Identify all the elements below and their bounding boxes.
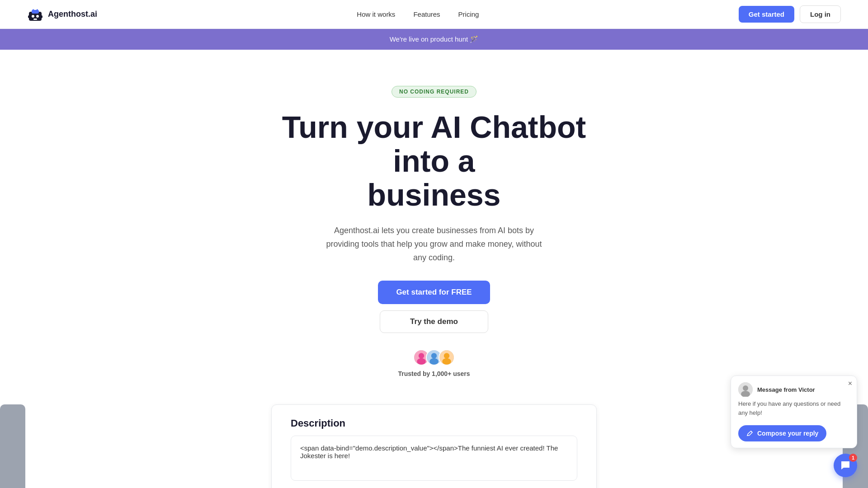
svg-point-13	[429, 358, 439, 365]
chat-close-button[interactable]: ×	[848, 380, 852, 388]
trust-section: Trusted by 1,000+ users	[398, 349, 470, 377]
logo-text: Agenthost.ai	[48, 9, 97, 19]
chat-widget: × Message from Victor Here if you have a…	[731, 375, 857, 477]
hero-badge: NO CODING REQUIRED	[392, 86, 476, 98]
svg-point-15	[444, 353, 449, 359]
hero-cta-group: Get started for FREE Try the demo	[378, 281, 490, 333]
svg-point-2	[32, 15, 34, 18]
chat-bubble-icon	[840, 460, 851, 471]
svg-point-18	[743, 385, 748, 391]
hero-subtitle: Agenthost.ai lets you create businesses …	[326, 224, 542, 264]
nav-link-how-it-works[interactable]: How it works	[357, 10, 395, 18]
chat-bubble-badge: 1	[849, 454, 857, 462]
trust-avatar-3	[439, 349, 455, 366]
banner-text: We're live on product hunt 🪄	[390, 35, 479, 43]
nav-actions: Get started Log in	[739, 5, 841, 23]
nav-link-features[interactable]: Features	[413, 10, 440, 18]
chat-sender-label: Message from	[757, 386, 797, 393]
nav-link-pricing[interactable]: Pricing	[458, 10, 479, 18]
logo-icon	[27, 6, 43, 23]
svg-rect-4	[33, 19, 37, 20]
hero-section: NO CODING REQUIRED Turn your AI Chatbot …	[0, 50, 868, 395]
compose-label: Compose your reply	[757, 430, 818, 437]
svg-point-3	[36, 15, 39, 18]
hero-title: Turn your AI Chatbot into a business	[258, 110, 610, 211]
chat-avatar	[738, 382, 753, 397]
demo-left-bar	[0, 404, 25, 488]
hero-get-started-button[interactable]: Get started for FREE	[378, 281, 490, 304]
chat-compose-button[interactable]: Compose your reply	[738, 425, 826, 441]
svg-point-12	[431, 353, 437, 359]
svg-rect-6	[41, 15, 42, 18]
demo-description-label: Description	[291, 418, 577, 429]
chat-bubble-button[interactable]: 1	[834, 454, 857, 477]
hero-try-demo-button[interactable]: Try the demo	[380, 310, 488, 333]
compose-icon	[746, 430, 754, 437]
hero-title-line2: business	[368, 178, 501, 212]
trust-text: Trusted by 1,000+ users	[398, 370, 470, 377]
navbar: Agenthost.ai How it works Features Prici…	[0, 0, 868, 29]
chat-message-text: Here if you have any questions or need a…	[738, 399, 849, 417]
svg-point-9	[419, 353, 424, 359]
chat-sender-name: Victor	[798, 386, 815, 393]
nav-logo[interactable]: Agenthost.ai	[27, 6, 97, 23]
trust-avatars	[413, 349, 455, 366]
chat-message-card: × Message from Victor Here if you have a…	[731, 375, 857, 448]
nav-get-started-button[interactable]: Get started	[739, 6, 794, 23]
demo-description-textarea[interactable]: <span data-bind="demo.description_value"…	[291, 436, 577, 481]
announcement-banner: We're live on product hunt 🪄	[0, 29, 868, 50]
svg-point-10	[417, 358, 426, 365]
chat-msg-header: Message from Victor	[738, 382, 849, 397]
svg-rect-5	[28, 15, 30, 18]
chat-sender-info: Message from Victor	[757, 385, 815, 394]
demo-card: Description <span data-bind="demo.descri…	[271, 404, 597, 488]
hero-title-line1: Turn your AI Chatbot into a	[282, 110, 586, 178]
svg-point-16	[442, 358, 451, 365]
nav-login-button[interactable]: Log in	[800, 5, 841, 23]
nav-links: How it works Features Pricing	[357, 10, 479, 18]
